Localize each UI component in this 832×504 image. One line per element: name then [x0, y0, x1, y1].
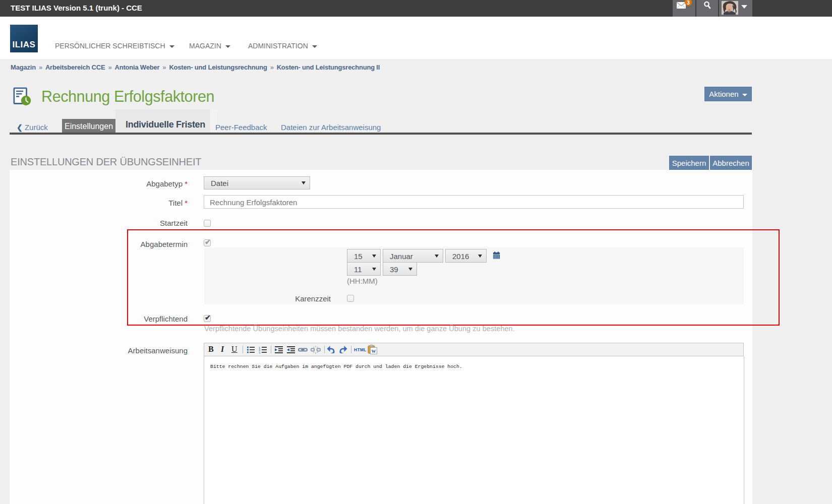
svg-text:W: W [372, 349, 376, 354]
svg-text:3: 3 [687, 0, 690, 6]
svg-text:3: 3 [259, 352, 261, 354]
